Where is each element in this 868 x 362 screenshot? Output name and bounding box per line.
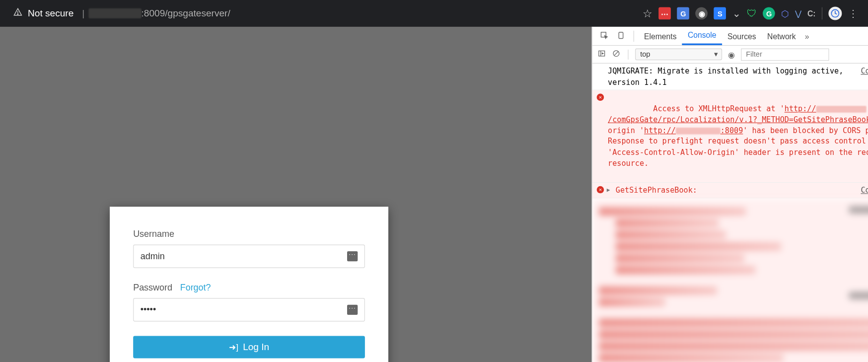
profile-avatar-icon[interactable] — [828, 6, 842, 20]
device-toggle-icon[interactable] — [615, 31, 626, 41]
login-card: Username Password Forgot? ➜] Log In — [110, 207, 388, 362]
console-toolbar: top ◉ Default levels▼ ⚙ — [592, 46, 868, 64]
svg-rect-4 — [619, 32, 623, 38]
expand-caret-icon[interactable]: ▶ — [607, 186, 610, 194]
extension-icon[interactable]: ⋯ — [658, 7, 671, 20]
keyboard-icon[interactable] — [347, 305, 358, 315]
extension-icon[interactable]: ⋁ — [795, 9, 801, 18]
svg-line-8 — [614, 52, 618, 56]
extension-icon[interactable]: ⬡ — [781, 8, 789, 18]
extension-row: ☆ ⋯ G ◉ S ⌄ 🛡 G ⬡ ⋁ C: ⋮ — [643, 6, 863, 20]
extension-icon[interactable]: ◉ — [696, 7, 708, 20]
not-secure-icon — [13, 7, 22, 19]
username-label: Username — [133, 229, 365, 239]
log-source-link[interactable]: Core.js?v=5.0.0.3333:229 — [861, 66, 868, 87]
tab-sources[interactable]: Sources — [722, 27, 762, 45]
clear-console-icon[interactable] — [611, 50, 621, 59]
console-error-row[interactable]: ✕ ▶ GetSitePhraseBook: Core.js?v=5.0.0.3… — [592, 183, 868, 199]
console-error-row[interactable]: ✕ Access to XMLHttpRequest at 'http:///c… — [592, 90, 868, 183]
extension-icon[interactable]: S — [714, 7, 726, 20]
context-selector[interactable]: top — [635, 49, 722, 61]
password-input[interactable] — [141, 305, 347, 315]
pocket-icon[interactable]: ⌄ — [732, 7, 741, 20]
url-path[interactable]: :8009/gpsgateserver/ — [142, 8, 230, 19]
live-expression-icon[interactable]: ◉ — [726, 50, 736, 59]
username-input[interactable] — [141, 251, 347, 261]
tab-console[interactable]: Console — [682, 27, 722, 45]
login-arrow-icon: ➜] — [229, 342, 238, 352]
translate-icon[interactable]: G — [677, 7, 689, 20]
devtools-panel: Elements Console Sources Network » ✕ 11 … — [592, 27, 868, 362]
error-icon: ✕ — [597, 186, 604, 193]
username-input-wrap[interactable] — [133, 245, 365, 268]
login-button[interactable]: ➜] Log In — [133, 336, 365, 359]
login-button-label: Log In — [243, 342, 269, 353]
url-host-redacted — [88, 8, 142, 18]
password-input-wrap[interactable] — [133, 298, 365, 321]
forgot-link[interactable]: Forgot? — [180, 283, 211, 292]
devtools-tabbar: Elements Console Sources Network » ✕ 11 … — [592, 27, 868, 46]
sidebar-toggle-icon[interactable] — [597, 50, 607, 59]
keyboard-icon[interactable] — [347, 251, 358, 261]
inspect-icon[interactable] — [598, 31, 609, 41]
password-label: Password — [133, 283, 172, 292]
browser-menu-icon[interactable]: ⋮ — [848, 7, 858, 20]
error-icon: ✕ — [597, 94, 604, 101]
log-source-link[interactable]: Core.js?v=5.0.0.3333:397 — [861, 185, 868, 196]
extension-icon[interactable]: C: — [807, 9, 816, 18]
bookmark-star-icon[interactable]: ☆ — [643, 6, 652, 20]
redacted-error-block — [592, 199, 868, 362]
console-filter-input[interactable] — [741, 48, 829, 61]
browser-address-bar: Not secure | :8009/gpsgateserver/ ☆ ⋯ G … — [0, 0, 868, 27]
tab-elements[interactable]: Elements — [639, 27, 682, 45]
tabs-overflow-icon[interactable]: » — [805, 31, 809, 40]
log-message: GetSitePhraseBook: — [608, 185, 861, 196]
tab-network[interactable]: Network — [762, 27, 801, 45]
grammarly-icon[interactable]: G — [763, 7, 775, 20]
page-content: Username Password Forgot? ➜] Log In — [0, 27, 592, 362]
console-log-list: JQMIGRATE: Migrate is installed with log… — [592, 64, 868, 362]
shield-icon[interactable]: 🛡 — [747, 7, 757, 19]
log-message: JQMIGRATE: Migrate is installed with log… — [608, 66, 861, 87]
log-message: Access to XMLHttpRequest at 'http:///com… — [608, 92, 868, 180]
svg-point-1 — [17, 13, 18, 14]
security-label[interactable]: Not secure — [28, 8, 73, 19]
console-log-row[interactable]: JQMIGRATE: Migrate is installed with log… — [592, 64, 868, 90]
